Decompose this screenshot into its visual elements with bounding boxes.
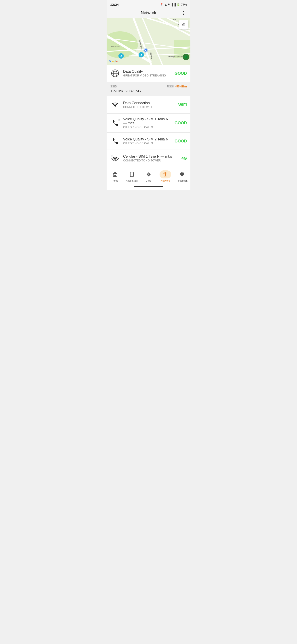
nav-item-apps-stats[interactable]: Apps Stats <box>123 170 140 183</box>
map-pin-tree: 🌲 <box>183 54 189 60</box>
svg-text:♜: ♜ <box>140 53 143 56</box>
voice-quality-sim1-card: R Voice Quality - SIM 1 Telia N — mt:s O… <box>107 114 190 132</box>
wifi-radio-icon <box>163 172 168 177</box>
ssid-label: SSID <box>110 85 117 88</box>
road-label-elderparken: lderparken <box>111 46 120 48</box>
voice-quality-sim2-content: Voice Quality - SIM 2 Telia N OK FOR VOI… <box>123 137 171 145</box>
data-quality-content: Data Quality GREAT FOR VIDEO STREAMING <box>123 70 171 77</box>
nav-item-care[interactable]: ! Care <box>140 170 157 183</box>
road-label-gamlebyen: Gamlebyen gravlund <box>167 56 184 58</box>
signal-r-icon: R <box>168 3 170 6</box>
app-header: Network ⋮ <box>107 8 190 18</box>
svg-text:!: ! <box>148 173 149 176</box>
data-quality-value: GOOD <box>175 71 187 76</box>
location-icon: 📍 <box>160 3 163 6</box>
svg-point-28 <box>115 160 116 162</box>
home-indicator <box>107 184 190 190</box>
svg-point-26 <box>115 106 116 107</box>
voice-quality-sim2-card: Voice Quality - SIM 2 Telia N OK FOR VOI… <box>107 132 190 150</box>
nav-item-feedback[interactable]: Feedback <box>174 170 190 183</box>
voice-quality-sim1-value: GOOD <box>175 121 187 126</box>
data-connection-value: WIFI <box>178 103 187 107</box>
data-connection-content: Data Connection CONNECTED TO WIFI <box>123 101 175 109</box>
svg-text:www: www <box>113 70 117 72</box>
page-title: Network <box>141 10 156 15</box>
phone-screen-icon <box>129 172 135 177</box>
ssid-rssi-value: -55 dBm <box>175 85 187 88</box>
cellular-sim1-card: R Cellular - SIM 1 Telia N — mt:s CONNEC… <box>107 150 190 167</box>
home-bar <box>134 186 163 187</box>
data-quality-card: www Data Quality GREAT FOR VIDEO STREAMI… <box>107 65 190 82</box>
google-logo: Google <box>109 60 117 63</box>
svg-text:♜: ♜ <box>120 54 122 58</box>
svg-point-33 <box>131 176 132 176</box>
crosshair-icon: ⊕ <box>182 22 186 27</box>
home-icon <box>112 172 118 177</box>
location-button[interactable]: ⊕ <box>179 20 188 29</box>
nav-item-network[interactable]: Network <box>157 170 174 183</box>
data-quality-subtitle: GREAT FOR VIDEO STREAMING <box>123 74 171 77</box>
status-bar: 12:24 📍 ▲ R ▐ ▐ 🔋 77% <box>107 0 190 8</box>
status-icons: 📍 ▲ R ▐ ▐ 🔋 77% <box>160 3 187 6</box>
ssid-rssi-label: RSSI: -55 dBm <box>167 85 187 88</box>
nav-feedback-label: Feedback <box>177 179 187 182</box>
wifi-status-icon: ▲ <box>164 3 167 6</box>
battery-percent: 77% <box>181 3 187 6</box>
data-connection-card: Data Connection CONNECTED TO WIFI WIFI <box>107 96 190 114</box>
cellular-icon: R <box>110 154 120 163</box>
cellular-sim1-subtitle: CONNECTED TO 4G TOWER <box>123 159 178 162</box>
battery-icon: 🔋 <box>177 3 180 6</box>
svg-point-35 <box>165 174 166 175</box>
data-connection-title: Data Connection <box>123 101 175 105</box>
map-svg: Kanslergata Dyvekes vei lderparken Geita… <box>107 18 190 65</box>
heart-icon <box>179 172 185 177</box>
voice-quality-sim2-value: GOOD <box>175 139 187 144</box>
data-quality-icon: www <box>110 68 120 78</box>
ssid-network-name: TP-Link_2087_5G <box>110 89 187 94</box>
map-view: Kanslergata Dyvekes vei lderparken Geita… <box>107 18 190 65</box>
nav-care-label: Care <box>146 179 151 182</box>
map-pin-chess2: ♜ <box>139 52 144 58</box>
data-quality-title: Data Quality <box>123 70 171 74</box>
cellular-sim1-title: Cellular - SIM 1 Telia N — mt:s <box>123 154 178 158</box>
signal-bar2-icon: ▐ <box>174 3 176 6</box>
data-connection-subtitle: CONNECTED TO WIFI <box>123 106 175 109</box>
phone-r-icon: R <box>110 118 120 128</box>
svg-text:R: R <box>111 155 113 157</box>
cellular-sim1-value: 4G <box>181 156 187 161</box>
nav-network-label: Network <box>161 179 170 182</box>
bottom-navigation: Home Apps Stats ! Care <box>107 167 190 184</box>
voice-quality-sim1-content: Voice Quality - SIM 1 Telia N — mt:s OK … <box>123 117 171 129</box>
nav-item-home[interactable]: Home <box>107 170 123 183</box>
signal-bar1-icon: ▐ <box>171 3 173 6</box>
svg-text:🌲: 🌲 <box>184 55 188 59</box>
road-label-161: 161 <box>173 18 176 20</box>
nav-apps-stats-label: Apps Stats <box>126 179 138 182</box>
cellular-sim1-content: Cellular - SIM 1 Telia N — mt:s CONNECTE… <box>123 154 178 162</box>
status-time: 12:24 <box>110 3 119 6</box>
svg-point-14 <box>145 50 146 51</box>
diamond-warning-icon: ! <box>146 172 151 177</box>
nav-home-label: Home <box>112 179 118 182</box>
overflow-menu-button[interactable]: ⋮ <box>180 10 187 16</box>
voice-quality-sim1-subtitle: OK FOR VOICE CALLS <box>123 126 171 129</box>
svg-rect-30 <box>114 175 116 177</box>
voice-quality-sim2-title: Voice Quality - SIM 2 Telia N <box>123 137 171 141</box>
phone-icon <box>110 136 120 146</box>
voice-quality-sim2-subtitle: OK FOR VOICE CALLS <box>123 142 171 145</box>
voice-quality-sim1-title: Voice Quality - SIM 1 Telia N — mt:s <box>123 117 171 125</box>
map-pin-chess: ♜ <box>118 53 124 58</box>
ssid-card: SSID RSSI: -55 dBm TP-Link_2087_5G <box>107 82 190 96</box>
cards-container: www Data Quality GREAT FOR VIDEO STREAMI… <box>107 65 190 167</box>
wifi-icon <box>110 100 120 110</box>
